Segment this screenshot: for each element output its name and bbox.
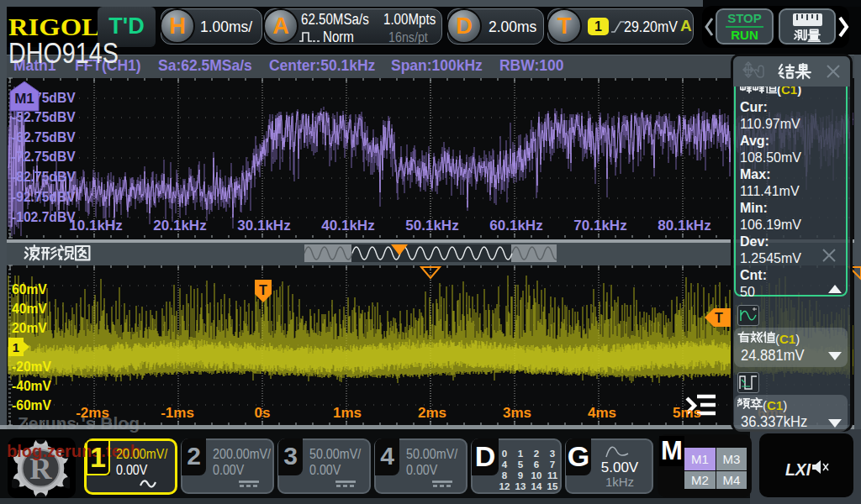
svg-text:T: T [259, 283, 267, 297]
svg-text:T: T [715, 311, 723, 325]
svg-text:1: 1 [13, 340, 19, 354]
